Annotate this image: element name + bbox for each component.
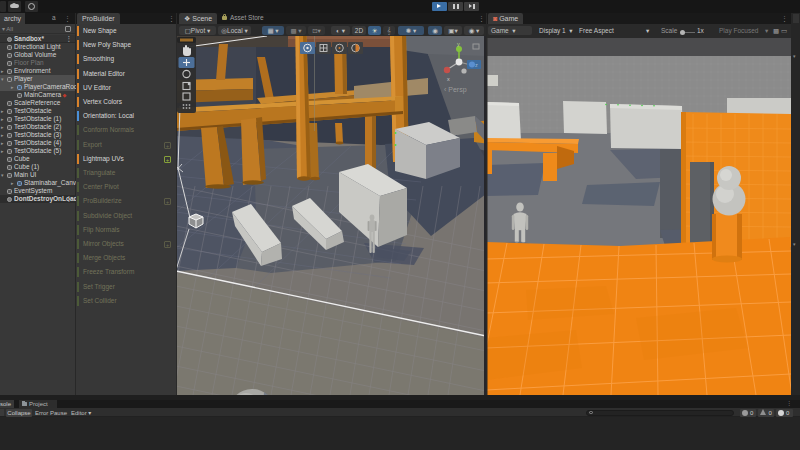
- svg-text:z: z: [475, 62, 478, 68]
- svg-text:y: y: [457, 41, 460, 47]
- svg-text:x: x: [447, 76, 450, 82]
- svg-text:‹ Persp: ‹ Persp: [444, 86, 467, 94]
